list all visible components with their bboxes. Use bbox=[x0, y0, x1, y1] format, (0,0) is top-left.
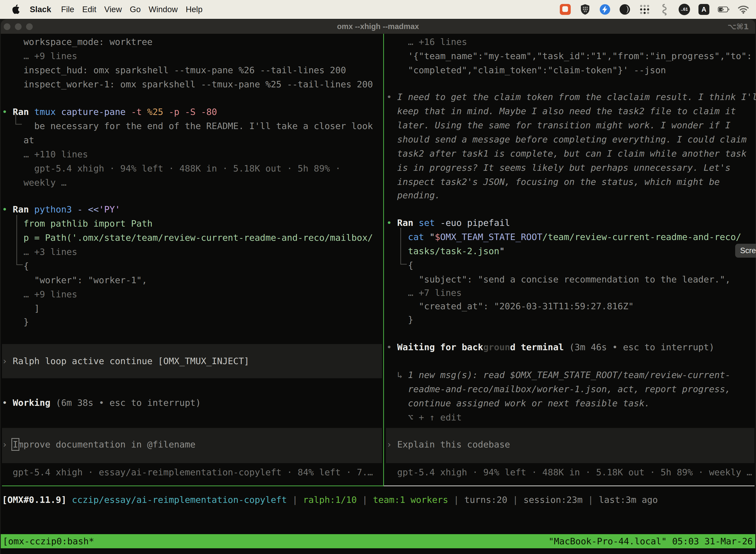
terminal-text-segment: "subject": "send a concise recommendatio… bbox=[386, 274, 731, 284]
screen-share-popup[interactable]: Scre bbox=[735, 244, 756, 258]
terminal-text-segment: Ran bbox=[13, 204, 34, 214]
wifi-icon[interactable] bbox=[738, 4, 749, 15]
window-title-bar: omx --xhigh --madmax ⌥⌘1 bbox=[1, 19, 755, 34]
terminal-text-segment: › bbox=[2, 439, 13, 449]
terminal-text-segment: { bbox=[386, 260, 413, 270]
terminal-text-segment: $ bbox=[435, 232, 440, 242]
terminal-text-segment: inspect task2's JSON, focusing on the st… bbox=[386, 177, 720, 187]
terminal-text-segment: "worker": "worker-1", bbox=[2, 275, 147, 285]
crescent-circle-icon[interactable] bbox=[619, 4, 630, 15]
terminal-text-segment: • bbox=[386, 92, 397, 102]
terminal-line: › Improve documentation in @filename bbox=[2, 437, 195, 451]
terminal-line: › Explain this codebase bbox=[386, 437, 510, 451]
terminal-text-segment: | bbox=[448, 495, 464, 505]
terminal-text-segment: -euo pipefail bbox=[440, 218, 510, 228]
terminal-text-segment: inspect_hud: omx sparkshell --tmux-pane … bbox=[2, 65, 346, 75]
apple-menu-icon[interactable] bbox=[11, 4, 20, 15]
terminal-text-segment: be necessary for the end of the README. … bbox=[2, 121, 373, 131]
terminal-text-segment: turns:20 bbox=[464, 495, 507, 505]
terminal-line: keep that in mind. Maybe I also need the… bbox=[386, 104, 736, 118]
terminal-text-segment bbox=[386, 232, 408, 242]
terminal-text-segment: d terminal bbox=[510, 342, 569, 352]
terminal-text-segment: task2 after task1 is complete, but can I… bbox=[386, 149, 747, 159]
terminal-text-segment: • bbox=[2, 204, 13, 214]
terminal-line: task2 after task1 is complete, but can I… bbox=[386, 147, 747, 161]
menu-app-name[interactable]: Slack bbox=[30, 5, 61, 14]
terminal-line: } bbox=[386, 313, 413, 327]
terminal-line: gpt-5.4 xhigh · essay/ai-reimplementatio… bbox=[2, 465, 373, 479]
terminal-text-segment: pending. bbox=[386, 190, 440, 200]
terminal-text-segment: is in progress? It seems likely but perh… bbox=[386, 163, 731, 173]
squiggle-icon[interactable] bbox=[659, 4, 670, 15]
terminal-cursor: I bbox=[13, 439, 18, 449]
terminal-line: … +110 lines bbox=[2, 147, 88, 161]
terminal-text-segment: … +7 lines bbox=[386, 288, 461, 298]
terminal-line: is in progress? It seems likely but perh… bbox=[386, 161, 731, 175]
terminal-line: later. Using the same for transition mig… bbox=[386, 118, 731, 132]
terminal-text-segment: mprove documentation in @filename bbox=[18, 439, 195, 449]
menu-window[interactable]: Window bbox=[148, 5, 186, 14]
terminal-line: "completed","claim_token":"claim-token"}… bbox=[386, 63, 666, 77]
terminal-line: • Ran python3 - <<'PY' bbox=[2, 202, 120, 216]
terminal-text-segment: "completed","claim_token":"claim-token"}… bbox=[386, 65, 666, 75]
terminal-line: inspect task2's JSON, focusing on the st… bbox=[386, 175, 720, 189]
terminal-text-segment: cczip/essay/ai-reimplementation-copyleft bbox=[72, 495, 287, 505]
terminal-text-segment: groun bbox=[483, 342, 510, 352]
terminal-text-segment: keep that in mind. Maybe I also need the… bbox=[386, 106, 736, 116]
terminal-text-segment: I need to get the claim token from the c… bbox=[397, 92, 756, 102]
terminal-text-segment: | bbox=[357, 495, 373, 505]
menu-view[interactable]: View bbox=[104, 5, 130, 14]
terminal-text-segment: • bbox=[386, 218, 397, 228]
terminal-line: continue assigned work or next feasible … bbox=[386, 396, 650, 410]
menu-status-icons: ..61 A bbox=[560, 4, 749, 15]
chat-icon[interactable] bbox=[560, 4, 571, 15]
menu-go[interactable]: Go bbox=[130, 5, 148, 14]
terminal-text-segment: - << bbox=[77, 204, 99, 214]
terminal-text-segment: OMX_TEAM_STATE_ROOT bbox=[440, 232, 543, 242]
bolt-circle-icon[interactable] bbox=[599, 4, 611, 15]
terminal-text-segment: … +16 lines bbox=[386, 37, 467, 47]
pane-border-horizontal bbox=[2, 486, 383, 486]
terminal-line: • Ran tmux capture-pane -t %25 -p -S -80 bbox=[2, 105, 217, 119]
tmux-status-bar: [omx-cczip0:bash* "MacBook-Pro-44.local"… bbox=[1, 534, 755, 548]
terminal-text-segment: | bbox=[507, 495, 523, 505]
terminal-line: tasks/task-2.json" bbox=[386, 244, 505, 258]
terminal-text-segment: ↳ bbox=[386, 370, 408, 380]
terminal-text-segment: › bbox=[386, 439, 397, 449]
terminal-text-segment: continue assigned work or next feasible … bbox=[386, 398, 650, 408]
terminal-line: ⌥ + ↑ edit bbox=[386, 410, 461, 425]
dots-grid-icon[interactable] bbox=[639, 4, 650, 15]
input-source-icon[interactable]: A bbox=[698, 4, 709, 15]
terminal-text-segment: -t bbox=[131, 107, 147, 117]
menu-file[interactable]: File bbox=[61, 5, 82, 14]
terminal-text-segment: (6m 38s • esc to interrupt) bbox=[56, 398, 201, 408]
terminal-text-segment: 'PY' bbox=[99, 204, 120, 214]
badge-61-icon[interactable]: ..61 bbox=[679, 4, 690, 15]
tmux-session-label: [omx-cczip0:bash* bbox=[3, 534, 94, 548]
terminal-text-segment: gpt-5.4 xhigh · 94% left · 488K in · 5.1… bbox=[386, 467, 752, 477]
menu-items: Slack FileEditViewGoWindowHelp bbox=[30, 5, 210, 14]
battery-icon[interactable] bbox=[718, 4, 729, 15]
terminal-text-segment: '{"team_name":"my-team","task_id":"1","f… bbox=[386, 51, 752, 61]
terminal-line: { bbox=[2, 259, 29, 273]
terminal-text-segment: Ran bbox=[13, 107, 34, 117]
terminal-text-segment: ⌥ + ↑ edit bbox=[386, 412, 461, 423]
menu-edit[interactable]: Edit bbox=[82, 5, 104, 14]
shield-icon[interactable] bbox=[579, 4, 591, 15]
terminal-text-segment: gpt-5.4 xhigh · essay/ai-reimplementatio… bbox=[2, 467, 373, 477]
menu-bar: Slack FileEditViewGoWindowHelp ..61 A bbox=[0, 0, 756, 19]
pane-border-vertical bbox=[383, 34, 384, 486]
terminal-text-segment: gpt-5.4 xhigh · 94% left · 488K in · 5.1… bbox=[2, 163, 340, 173]
terminal-text-segment: } bbox=[2, 317, 29, 327]
terminal-text-segment: /team/review-current-readme-and-reco/ bbox=[543, 232, 741, 242]
terminal-text-segment: Ralph loop active continue [OMX_TMUX_INJ… bbox=[13, 356, 249, 366]
terminal-text-segment: at bbox=[2, 135, 34, 145]
terminal-line: } bbox=[2, 315, 29, 329]
terminal-text-segment: from pathlib import Path bbox=[2, 218, 152, 229]
terminal-text-segment: tmux bbox=[34, 107, 61, 117]
terminal-text-segment: Ran bbox=[397, 218, 419, 228]
terminal-text-segment: session:23m bbox=[523, 495, 582, 505]
terminal-text-segment: [OMX#0.11.9] bbox=[2, 495, 72, 505]
terminal-text-segment: › bbox=[2, 356, 13, 366]
menu-help[interactable]: Help bbox=[186, 5, 210, 14]
